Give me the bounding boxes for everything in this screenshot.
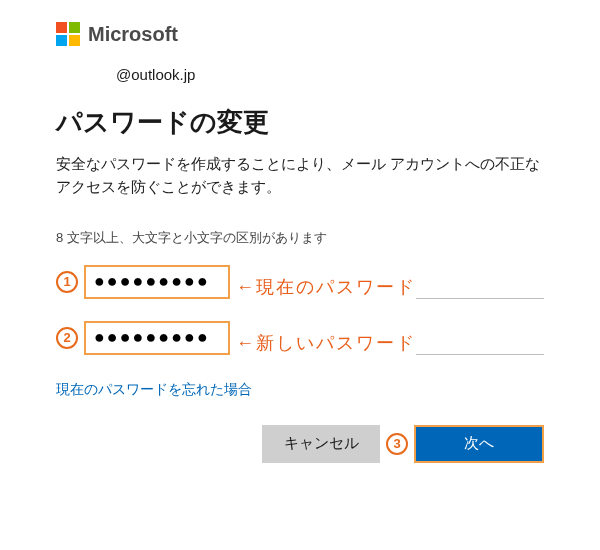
cancel-button[interactable]: キャンセル: [262, 425, 380, 463]
current-password-row: 1 ←現在のパスワード: [56, 265, 544, 299]
brand-name: Microsoft: [88, 23, 178, 46]
annotation-marker-2: 2: [56, 327, 78, 349]
next-button[interactable]: 次へ: [414, 425, 544, 463]
account-email: @outlook.jp: [116, 66, 544, 83]
annotation-label-2: ←新しいパスワード: [236, 331, 416, 355]
annotation-label-1: ←現在のパスワード: [236, 275, 416, 299]
page-description: 安全なパスワードを作成することにより、メール アカウントへの不正なアクセスを防ぐ…: [56, 152, 544, 199]
password-hint: 8 文字以上、大文字と小文字の区別があります: [56, 229, 544, 247]
annotation-marker-1: 1: [56, 271, 78, 293]
field-underline: [416, 321, 544, 355]
forgot-password-link[interactable]: 現在のパスワードを忘れた場合: [56, 381, 252, 399]
new-password-input[interactable]: [84, 321, 230, 355]
current-password-input[interactable]: [84, 265, 230, 299]
button-row: キャンセル 3 次へ: [28, 425, 544, 463]
page-title: パスワードの変更: [56, 105, 544, 140]
microsoft-logo-icon: [56, 22, 80, 46]
annotation-marker-3: 3: [386, 433, 408, 455]
field-underline: [416, 265, 544, 299]
brand-header: Microsoft: [56, 22, 544, 46]
new-password-row: 2 ←新しいパスワード: [56, 321, 544, 355]
